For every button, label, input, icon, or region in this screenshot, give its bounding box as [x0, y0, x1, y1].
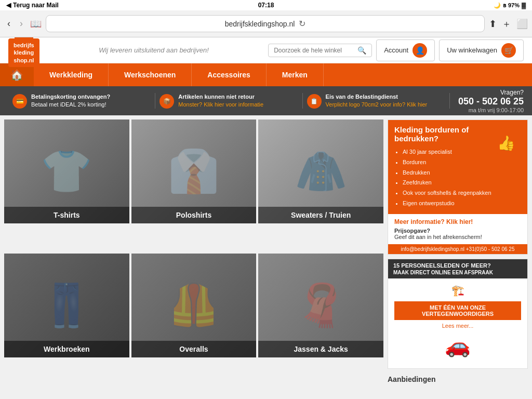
- product-tile-tshirts[interactable]: 👕 T-shirts: [4, 119, 129, 223]
- bullet-studio: Eigen ontwerpstudio: [403, 198, 492, 209]
- ad2-header: 15 PERSONEELSLEDEN OF MEER? MAAK DIRECT …: [388, 259, 527, 278]
- bluetooth-icon: ʙ: [503, 2, 506, 9]
- account-icon: 👤: [413, 43, 427, 58]
- nav-label-accessoires: Accessoires: [207, 71, 250, 79]
- ad-borduren-title: Kleding borduren of bedrukken?: [394, 125, 492, 143]
- betaling-icon: 💳: [12, 94, 27, 109]
- nav-item-merken[interactable]: Merken: [267, 63, 324, 86]
- nav-label-werkkleding: Werkkleding: [49, 71, 92, 79]
- home-icon: 🏠: [10, 69, 23, 81]
- broeken-label: Werkbroeken: [4, 341, 129, 357]
- bullet-bedrukken: Bedrukken: [403, 168, 492, 178]
- product-tile-poloshirts[interactable]: 👔 Poloshirts: [131, 119, 257, 223]
- aanbiedingen-label: Aanbiedingen: [388, 373, 528, 385]
- product-grid: 👕 T-shirts 👔 Poloshirts 🧥 Sweaters / Tru…: [4, 119, 383, 385]
- reload-button[interactable]: ↻: [299, 19, 305, 29]
- ad-borduren-bullets: Al 30 jaar specialist Borduren Bedrukken…: [394, 147, 492, 209]
- browser-action-buttons: ⬆ ＋ ⬜: [489, 18, 528, 30]
- status-back[interactable]: ◀ Terug naar Mail: [6, 2, 59, 9]
- search-bar[interactable]: 🔍: [268, 44, 372, 57]
- contact-info: Vragen? 050 - 502 06 25 ma t/m vrij 9:00…: [450, 89, 524, 113]
- product-tile-overalls[interactable]: 🦺 Overalls: [131, 254, 257, 357]
- bullet-zeefdruken: Zeefdruken: [403, 178, 492, 188]
- polo-label: Poloshirts: [131, 207, 257, 223]
- contact-hours: ma t/m vrij 9:00-17:00: [458, 107, 524, 113]
- info-item-retour: 📦 Artikelen kunnen niet retour Monster? …: [155, 93, 302, 109]
- moon-icon: 🌙: [494, 2, 501, 9]
- battery-icon: ▓: [522, 2, 526, 8]
- ad2-link[interactable]: Lees meer...: [394, 322, 521, 329]
- thumbs-up-icon: 👍: [494, 127, 519, 158]
- site-header: bedrijfs kleding shop.nl Wij leveren uit…: [0, 37, 532, 63]
- product-tile-broeken[interactable]: 👖 Werkbroeken: [4, 254, 129, 357]
- account-label: Account: [384, 46, 408, 54]
- cart-icon: 🛒: [501, 43, 516, 58]
- site-slogan: Wij leveren uitsluitend aan bedrijven!: [39, 46, 268, 54]
- site-logo[interactable]: bedrijfs kleding shop.nl: [8, 38, 39, 67]
- share-button[interactable]: ⬆: [489, 18, 497, 30]
- sidebar: Kleding borduren of bedrukken? Al 30 jaa…: [388, 119, 528, 385]
- retour-icon: 📦: [159, 94, 174, 109]
- new-tab-button[interactable]: ＋: [502, 18, 511, 30]
- bullet-softshells: Ook voor softshells & regenpakken: [403, 188, 492, 198]
- belasting-icon: 📋: [307, 94, 322, 109]
- jassen-label: Jassen & Jacks: [258, 341, 383, 357]
- back-label: Terug naar Mail: [13, 2, 59, 9]
- ad-borduren-cta[interactable]: Meer informatie? Klik hier!: [394, 218, 521, 225]
- bullet-specialist: Al 30 jaar specialist: [403, 147, 492, 157]
- bullet-borduren: Borduren: [403, 157, 492, 168]
- tabs-button[interactable]: ⬜: [516, 18, 528, 30]
- website: bedrijfs kleding shop.nl Wij leveren uit…: [0, 37, 532, 390]
- battery-label: 97%: [508, 2, 520, 8]
- url-text: bedrijfskledingshop.nl: [225, 20, 295, 28]
- sidebar-ad-borduren: Kleding borduren of bedrukken? Al 30 jaa…: [388, 119, 528, 255]
- info-item-belasting: 📋 Eis van de Belastingdienst Verplicht l…: [303, 93, 450, 109]
- nav-label-werkschoenen: Werkschoenen: [124, 71, 176, 79]
- back-arrow-icon: ◀: [6, 2, 11, 9]
- status-indicators: 🌙 ʙ 97% ▓: [494, 2, 526, 9]
- bookmark-button[interactable]: 📖: [30, 18, 42, 30]
- status-bar: ◀ Terug naar Mail 07:18 🌙 ʙ 97% ▓: [0, 0, 532, 10]
- contact-label: Vragen?: [458, 89, 524, 96]
- browser-chrome: ‹ › 📖 bedrijfskledingshop.nl ↻ ⬆ ＋ ⬜: [0, 10, 532, 37]
- search-input[interactable]: [274, 47, 357, 54]
- navigation-bar: 🏠 Werkkleding Werkschoenen Accessoires M…: [0, 63, 532, 86]
- betaling-text: Betalingskorting ontvangen? Betaal met i…: [31, 93, 110, 109]
- main-content: 👕 T-shirts 👔 Poloshirts 🧥 Sweaters / Tru…: [0, 115, 532, 390]
- ad2-cta-button[interactable]: MET ÉÉN VAN ONZE VERTEGENWOORDIGERS: [394, 301, 521, 320]
- nav-label-merken: Merken: [282, 71, 308, 79]
- car-illustration: 🚗: [394, 334, 521, 358]
- info-item-betaling: 💳 Betalingskorting ontvangen? Betaal met…: [8, 93, 155, 109]
- ad-borduren-footer: info@bedrijfskledingshop.nl +31(0)50 - 5…: [388, 244, 527, 254]
- ad2-subheader: MAAK DIRECT ONLINE EEN AFSPRAAK: [393, 270, 522, 275]
- nav-item-werkkleding[interactable]: Werkkleding: [34, 63, 109, 86]
- product-tile-jassen[interactable]: 🧣 Jassen & Jacks: [258, 254, 383, 357]
- account-button[interactable]: Account 👤: [376, 39, 435, 61]
- retour-text: Artikelen kunnen niet retour Monster? Kl…: [178, 93, 263, 109]
- nav-item-accessoires[interactable]: Accessoires: [192, 63, 267, 86]
- sweaters-label: Sweaters / Truien: [258, 207, 383, 223]
- tshirts-label: T-shirts: [4, 207, 129, 223]
- ad-prijs-text: Prijsopgave? Geef dit aan in het afreken…: [394, 228, 521, 240]
- cart-label: Uw winkelwagen: [447, 46, 497, 54]
- browser-forward-button[interactable]: ›: [17, 17, 26, 30]
- info-bar: 💳 Betalingskorting ontvangen? Betaal met…: [0, 86, 532, 115]
- url-bar[interactable]: bedrijfskledingshop.nl ↻: [46, 15, 485, 32]
- header-right: 🔍 Account 👤 Uw winkelwagen 🛒: [268, 39, 524, 61]
- ad-borduren-header: Kleding borduren of bedrukken? Al 30 jaa…: [388, 120, 527, 214]
- contact-phone[interactable]: 050 - 502 06 25: [458, 96, 524, 107]
- ad-borduren-body: Meer informatie? Klik hier! Prijsopgave?…: [388, 214, 527, 244]
- logo-area: bedrijfs kleding shop.nl: [8, 37, 39, 67]
- scaffold-icon: 🏗️: [394, 283, 521, 297]
- cart-button[interactable]: Uw winkelwagen 🛒: [439, 39, 524, 61]
- browser-back-button[interactable]: ‹: [4, 17, 14, 30]
- search-button[interactable]: 🔍: [357, 46, 366, 55]
- product-tile-sweaters[interactable]: 🧥 Sweaters / Truien: [258, 119, 383, 223]
- browser-nav-buttons: ‹ ›: [4, 17, 26, 30]
- belasting-text: Eis van de Belastingdienst Verplicht log…: [326, 93, 428, 109]
- overalls-label: Overalls: [131, 341, 257, 357]
- sidebar-ad-vertegenwoordigers: 15 PERSONEELSLEDEN OF MEER? MAAK DIRECT …: [388, 259, 528, 369]
- nav-item-werkschoenen[interactable]: Werkschoenen: [109, 63, 192, 86]
- aanbiedingen-section: Aanbiedingen: [388, 373, 528, 385]
- status-time: 07:18: [258, 2, 274, 9]
